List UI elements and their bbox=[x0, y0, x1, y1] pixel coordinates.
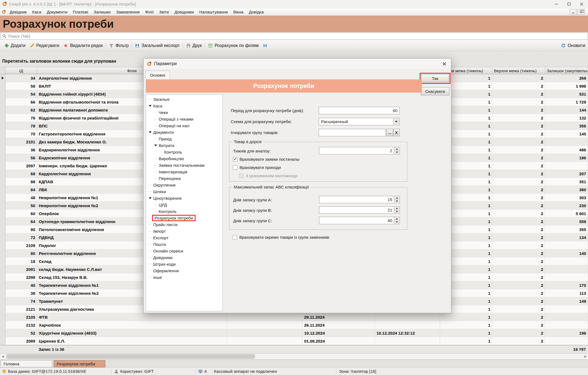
tree-item[interactable]: Каса bbox=[146, 102, 222, 109]
table-row[interactable]: 2105ФТВ29.11.202412 bbox=[0, 313, 588, 321]
toolbar-delete-row-button[interactable]: Видалити рядок bbox=[61, 41, 105, 50]
toolbar-columns-button[interactable] bbox=[261, 42, 270, 49]
tree-item[interactable]: Шляхи bbox=[146, 188, 222, 195]
spin-down-icon[interactable] bbox=[394, 221, 399, 224]
mdi-restore-button[interactable] bbox=[578, 9, 585, 15]
table-cell: 355 bbox=[545, 226, 588, 234]
tree-item[interactable]: Ціноутворення bbox=[146, 195, 222, 201]
menu-item[interactable]: Довідники bbox=[172, 9, 196, 15]
ignore-group-clear-button[interactable]: X bbox=[393, 129, 400, 136]
tree-item[interactable]: Довідники bbox=[146, 254, 222, 261]
toolbar-add-button[interactable]: Додати bbox=[2, 41, 28, 50]
tree-item[interactable]: Контроль bbox=[146, 208, 222, 215]
column-header[interactable]: Залишок (закупівельн bbox=[545, 67, 588, 74]
period-input[interactable]: 60 bbox=[319, 107, 400, 114]
menu-item[interactable]: Звіти bbox=[156, 9, 172, 15]
spin-down-icon[interactable] bbox=[394, 151, 399, 154]
tree-item[interactable]: Витрата bbox=[146, 142, 222, 149]
spinner-buttons[interactable] bbox=[394, 207, 399, 213]
scrollbar-thumb[interactable] bbox=[6, 354, 255, 359]
menu-item[interactable]: Каса bbox=[29, 9, 44, 15]
maximize-button[interactable] bbox=[563, 0, 575, 8]
spin-down-icon[interactable] bbox=[394, 200, 399, 203]
tab-main-settings[interactable]: Основні bbox=[145, 71, 170, 79]
column-header[interactable]: ІД bbox=[6, 67, 37, 74]
tree-item[interactable]: Штрих-коди bbox=[146, 261, 222, 267]
tree-item[interactable]: Розрахунок потреби bbox=[146, 215, 222, 221]
tree-item[interactable]: Заявка постачальникам bbox=[146, 162, 222, 168]
minimize-button[interactable] bbox=[550, 0, 563, 8]
toolbar-edit-button[interactable]: Редагувати bbox=[28, 41, 62, 50]
scheme-dropdown[interactable]: Расширенный bbox=[319, 118, 400, 125]
tree-item[interactable]: Переоцінка bbox=[146, 175, 222, 182]
menu-item[interactable]: Довідник bbox=[7, 9, 29, 15]
spin-up-icon[interactable] bbox=[394, 148, 399, 151]
dialog-close-button[interactable] bbox=[438, 59, 450, 68]
menu-item[interactable]: Замовлення bbox=[113, 9, 142, 15]
menu-item[interactable]: Платежі bbox=[70, 9, 91, 15]
spin-up-icon[interactable] bbox=[394, 196, 399, 200]
spinner-buttons[interactable] bbox=[394, 196, 399, 203]
scrollbar-track[interactable] bbox=[6, 354, 582, 359]
include-supplier-orders-checkbox[interactable]: Враховувати заявки постачалы bbox=[233, 157, 300, 162]
table-row[interactable]: 2089Царенко Е.Л.01.08.202412 bbox=[0, 337, 588, 345]
ok-button[interactable]: Так bbox=[421, 74, 449, 82]
table-row[interactable]: 2132Харчоблок26.11.202412 bbox=[0, 321, 588, 329]
menu-item[interactable]: Налаштування bbox=[197, 9, 231, 15]
tree-item[interactable]: Контроль bbox=[146, 149, 222, 155]
tree-item[interactable]: Операції на касі bbox=[146, 122, 222, 129]
tree-item[interactable]: Оформлення bbox=[146, 267, 222, 274]
tree-item[interactable]: Округлення bbox=[146, 182, 222, 188]
ignore-group-input[interactable] bbox=[319, 129, 386, 136]
scroll-left-button[interactable] bbox=[0, 354, 6, 359]
column-header[interactable]: Верхня межа (тижень) bbox=[492, 67, 545, 74]
spinner-buttons[interactable] bbox=[394, 217, 399, 224]
weeks-spinner[interactable]: 2 bbox=[319, 147, 400, 154]
tree-item[interactable]: Імпорт bbox=[146, 228, 222, 234]
substitutes-checkbox[interactable]: Враховувати окремо товари із групи замін… bbox=[233, 235, 329, 240]
close-button[interactable] bbox=[575, 0, 588, 8]
tree-item[interactable]: Загальні bbox=[146, 96, 222, 102]
menu-item[interactable]: Вікна bbox=[230, 9, 246, 15]
menu-item[interactable]: Філії bbox=[142, 9, 156, 15]
toolbar-print-button[interactable]: Друк bbox=[184, 41, 204, 50]
group-b-days-spinner[interactable]: 21 bbox=[319, 206, 400, 214]
tree-item[interactable]: Документи bbox=[146, 129, 222, 135]
menu-item[interactable]: Залишки bbox=[91, 9, 114, 15]
mdi-minimize-button[interactable] bbox=[570, 9, 577, 15]
menu-item[interactable]: Документи bbox=[44, 9, 70, 15]
toolbar-export-button[interactable]: Загальний експорт bbox=[133, 41, 182, 50]
group-c-days-spinner[interactable]: 40 bbox=[319, 217, 400, 224]
row-indicator bbox=[0, 74, 6, 82]
include-receipts-checkbox[interactable]: Враховувати приходи bbox=[233, 165, 281, 170]
ignore-group-browse-button[interactable]: ... bbox=[386, 129, 393, 136]
tree-item[interactable]: Виробництво bbox=[146, 155, 222, 162]
toolbar-calc-by-branch-button[interactable]: Розрахунок по філіям bbox=[206, 41, 261, 50]
tree-item[interactable]: інше bbox=[146, 274, 222, 280]
spin-up-icon[interactable] bbox=[394, 217, 399, 221]
table-cell: 2298 bbox=[6, 273, 37, 281]
search-input[interactable]: Поиск (Tab) bbox=[0, 33, 588, 40]
dropdown-arrow-icon[interactable] bbox=[393, 118, 399, 125]
menu-item[interactable]: Довідка bbox=[246, 9, 266, 15]
tree-item[interactable]: Чеки bbox=[146, 109, 222, 116]
tree-item[interactable]: Інвентаризація bbox=[146, 168, 222, 175]
toolbar-filter-button[interactable]: Фільтр bbox=[107, 41, 131, 50]
tree-item[interactable]: ЦРД bbox=[146, 201, 222, 208]
tree-item[interactable]: Онлайн сервіси bbox=[146, 248, 222, 254]
spin-up-icon[interactable] bbox=[394, 207, 399, 210]
tree-item[interactable]: Операції з чеками bbox=[146, 116, 222, 122]
refresh-button[interactable]: Оновити bbox=[561, 43, 586, 48]
tab-calculation-of-needs[interactable]: Розрахунок потреби bbox=[54, 360, 105, 367]
tree-item[interactable]: Прайс-листи bbox=[146, 221, 222, 228]
tree-item[interactable]: Експорт bbox=[146, 234, 222, 241]
row-indicator bbox=[0, 154, 6, 162]
tree-item[interactable]: Прихід bbox=[146, 135, 222, 142]
scroll-right-button[interactable] bbox=[582, 354, 588, 359]
spinner-buttons[interactable] bbox=[394, 148, 399, 154]
table-row[interactable]: 52Хірургічне відділення (4833)10.12.2024… bbox=[0, 329, 588, 337]
tree-item[interactable]: Пошта bbox=[146, 241, 222, 248]
group-a-days-spinner[interactable]: 15 bbox=[319, 196, 400, 203]
spin-down-icon[interactable] bbox=[394, 210, 399, 213]
tab-home[interactable]: Головна bbox=[1, 360, 52, 367]
